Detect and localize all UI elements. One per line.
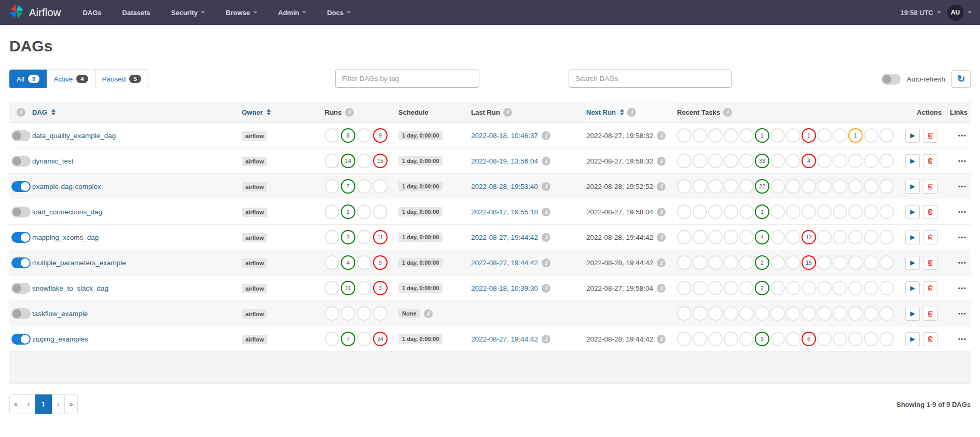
run-state-success[interactable]: 14 — [341, 154, 355, 168]
owner-badge[interactable]: airflow — [242, 157, 267, 166]
task-state-success[interactable]: 2 — [755, 255, 769, 270]
run-state-failed[interactable]: 9 — [373, 255, 388, 270]
dag-name-link[interactable]: example-dag-complex — [32, 183, 101, 190]
run-state-success[interactable]: 2 — [341, 230, 355, 244]
pagination-prev[interactable]: ‹ — [22, 394, 35, 414]
task-state-failed[interactable]: 1 — [802, 128, 816, 143]
last-run-link[interactable]: 2022-08-18, 10:46:37 — [471, 132, 538, 140]
task-state-success[interactable]: 3 — [755, 332, 769, 346]
delete-dag-button[interactable] — [923, 129, 937, 143]
dag-pause-toggle[interactable] — [11, 181, 31, 192]
pagination-page-1[interactable]: 1 — [35, 394, 52, 414]
nav-item-docs[interactable]: Docs — [327, 9, 351, 17]
delete-dag-button[interactable] — [923, 307, 937, 321]
trigger-dag-button[interactable]: ▶ — [905, 332, 920, 346]
trigger-dag-button[interactable]: ▶ — [905, 129, 920, 143]
user-menu[interactable]: AU — [947, 5, 972, 21]
pagination-first[interactable]: « — [9, 394, 22, 414]
task-state-upstream_failed[interactable]: 1 — [848, 128, 863, 143]
task-state-success[interactable]: 22 — [755, 179, 769, 194]
task-state-success[interactable]: 2 — [755, 281, 769, 295]
owner-badge[interactable]: airflow — [242, 335, 267, 344]
owner-badge[interactable]: airflow — [242, 233, 267, 242]
dag-name-link[interactable]: data_quality_example_dag — [32, 132, 116, 140]
airflow-brand[interactable]: Airflow — [8, 3, 61, 22]
run-state-success[interactable]: 4 — [341, 255, 355, 270]
delete-dag-button[interactable] — [923, 256, 937, 270]
dag-pause-toggle[interactable] — [11, 207, 31, 217]
links-menu-button[interactable]: ••• — [958, 183, 967, 189]
sort-owner-link[interactable]: Owner — [242, 108, 271, 116]
links-menu-button[interactable]: ••• — [958, 310, 967, 317]
delete-dag-button[interactable] — [923, 332, 937, 346]
delete-dag-button[interactable] — [923, 281, 937, 295]
delete-dag-button[interactable] — [923, 180, 937, 194]
last-run-link[interactable]: 2022-08-19, 13:56:04 — [471, 157, 538, 165]
tag-filter-input[interactable] — [335, 70, 479, 88]
last-run-link[interactable]: 2022-08-17, 19:55:18 — [471, 208, 538, 216]
links-menu-button[interactable]: ••• — [958, 209, 967, 215]
run-state-failed[interactable]: 15 — [373, 154, 388, 168]
dag-name-link[interactable]: load_connections_dag — [32, 208, 102, 216]
links-menu-button[interactable]: ••• — [958, 336, 967, 342]
trigger-dag-button[interactable]: ▶ — [905, 281, 920, 295]
run-state-success[interactable]: 8 — [341, 128, 355, 143]
last-run-link[interactable]: 2022-08-18, 10:39:30 — [471, 284, 538, 292]
run-state-failed[interactable]: 9 — [373, 128, 388, 143]
pagination-next[interactable]: › — [52, 394, 65, 414]
dag-pause-toggle[interactable] — [11, 232, 31, 243]
trigger-dag-button[interactable]: ▶ — [905, 205, 920, 219]
dag-pause-toggle[interactable] — [11, 257, 31, 268]
owner-badge[interactable]: airflow — [242, 309, 267, 319]
run-state-success[interactable]: 11 — [341, 281, 355, 295]
run-state-success[interactable]: 7 — [341, 179, 355, 194]
dag-pause-toggle[interactable] — [11, 283, 31, 294]
task-state-success[interactable]: 4 — [755, 230, 769, 244]
trigger-dag-button[interactable]: ▶ — [905, 180, 920, 194]
nav-item-admin[interactable]: Admin — [278, 9, 306, 17]
task-state-success[interactable]: 1 — [755, 128, 769, 143]
trigger-dag-button[interactable]: ▶ — [905, 230, 920, 244]
nav-item-browse[interactable]: Browse — [226, 9, 257, 17]
owner-badge[interactable]: airflow — [242, 284, 267, 293]
auto-refresh-toggle[interactable] — [881, 74, 901, 85]
dag-search-input[interactable] — [569, 70, 731, 88]
tab-all[interactable]: All 9 — [9, 70, 47, 88]
tab-paused[interactable]: Paused 5 — [95, 70, 148, 88]
dag-pause-toggle[interactable] — [11, 130, 31, 141]
owner-badge[interactable]: airflow — [242, 258, 267, 268]
trigger-dag-button[interactable]: ▶ — [905, 307, 920, 321]
delete-dag-button[interactable] — [923, 230, 937, 244]
dag-name-link[interactable]: zipping_examples — [32, 335, 88, 343]
sort-dag-link[interactable]: DAG — [32, 108, 56, 116]
pagination-last[interactable]: » — [65, 394, 78, 414]
links-menu-button[interactable]: ••• — [958, 234, 967, 240]
run-state-failed[interactable]: 3 — [373, 281, 388, 295]
refresh-button[interactable]: ↻ — [951, 70, 971, 88]
run-state-success[interactable]: 7 — [341, 332, 355, 346]
dag-name-link[interactable]: dynamic_test — [32, 157, 74, 165]
run-state-failed[interactable]: 11 — [373, 230, 388, 244]
clock-dropdown[interactable]: 19:58 UTC — [900, 9, 941, 17]
run-state-success[interactable]: 1 — [341, 204, 355, 219]
task-state-failed[interactable]: 4 — [802, 154, 816, 168]
tab-active[interactable]: Active 4 — [47, 70, 95, 88]
links-menu-button[interactable]: ••• — [958, 158, 967, 164]
dag-name-link[interactable]: taskflow_example — [32, 310, 88, 318]
dag-name-link[interactable]: multiple_parameters_example — [32, 259, 126, 267]
dag-pause-toggle[interactable] — [11, 334, 31, 345]
trigger-dag-button[interactable]: ▶ — [905, 256, 920, 270]
task-state-failed[interactable]: 6 — [802, 332, 816, 346]
dag-pause-toggle[interactable] — [11, 156, 31, 167]
last-run-link[interactable]: 2022-08-27, 19:44:42 — [471, 335, 538, 343]
links-menu-button[interactable]: ••• — [958, 260, 967, 266]
links-menu-button[interactable]: ••• — [958, 285, 967, 291]
nav-item-datasets[interactable]: Datasets — [122, 9, 150, 17]
owner-badge[interactable]: airflow — [242, 131, 267, 141]
task-state-success[interactable]: 33 — [755, 154, 769, 168]
task-state-failed[interactable]: 12 — [802, 230, 816, 244]
task-state-success[interactable]: 1 — [755, 204, 769, 219]
trigger-dag-button[interactable]: ▶ — [905, 154, 920, 168]
sort-next-run-link[interactable]: Next Run — [586, 108, 624, 116]
last-run-link[interactable]: 2022-08-28, 19:53:40 — [471, 183, 538, 190]
